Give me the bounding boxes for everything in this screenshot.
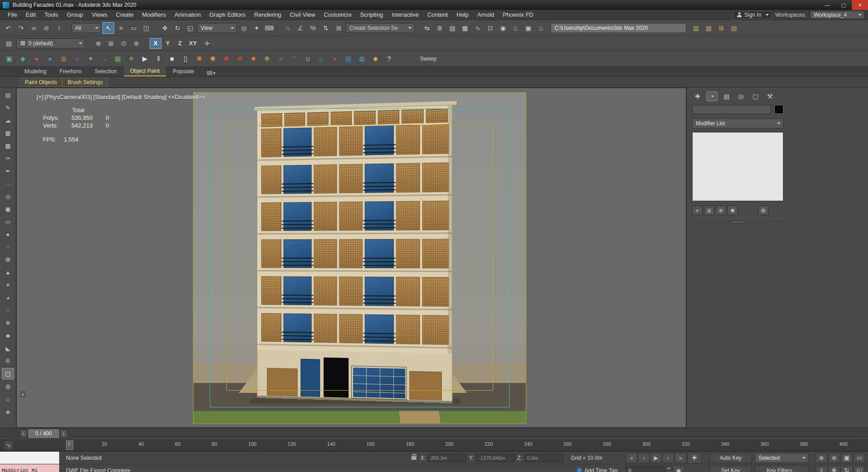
grid-snap-tool-icon[interactable]: ▦ <box>2 127 14 139</box>
menu-interactive[interactable]: Interactive <box>387 10 423 19</box>
workspace-dropdown[interactable]: Workspace_4 <box>810 11 864 19</box>
x-coordinate-field[interactable]: 358.3m <box>428 454 467 462</box>
undo-icon[interactable]: ↶ <box>2 22 14 34</box>
utility-tool-icon[interactable]: ✇ <box>2 355 14 367</box>
restrict-xy-plane-button[interactable]: XY <box>186 38 199 49</box>
snaps-use-axis-constraints-icon[interactable]: ✛ <box>201 38 213 49</box>
set-key-button[interactable]: Set Key <box>710 466 751 472</box>
time-slider-track[interactable] <box>71 430 863 437</box>
ribbon-config-icon[interactable]: ▾ <box>204 70 218 76</box>
maxscript-listener-output[interactable] <box>0 452 60 464</box>
ring-pink-icon[interactable]: ○ <box>71 52 84 65</box>
next-frame-arrow[interactable]: › <box>60 430 67 438</box>
menu-arnold[interactable]: Arnold <box>473 10 499 19</box>
reference-coordinate-dropdown[interactable]: View <box>197 23 237 33</box>
helper-icon[interactable]: ◇ <box>2 393 14 405</box>
cloud-tool-icon[interactable]: ☁ <box>2 115 14 126</box>
fluid-sim-icon[interactable]: ● <box>43 52 57 65</box>
material-swatch-icon[interactable]: ▢ <box>2 368 14 379</box>
panel-divider[interactable] <box>692 222 783 226</box>
time-slider-bar[interactable]: ‹ 0 / 400 › <box>0 428 868 439</box>
sphere-red-icon[interactable]: ● <box>328 52 341 65</box>
create-tab-icon[interactable]: ✚ <box>692 91 703 101</box>
select-and-move-icon[interactable]: ✥ <box>159 22 171 34</box>
menu-create[interactable]: Create <box>112 10 137 19</box>
add-selection-to-layer-icon[interactable]: ⊞ <box>105 38 117 49</box>
zoom-all-icon[interactable]: ⊛ <box>828 453 840 463</box>
set-current-layer-icon[interactable]: ⊚ <box>130 38 142 49</box>
viewport-menu-shading[interactable]: [Default Shading] <box>122 94 167 100</box>
menu-edit[interactable]: Edit <box>22 10 40 19</box>
set-keys-button[interactable]: ✚ <box>687 453 702 463</box>
circle-shape-icon[interactable]: ○ <box>2 241 14 253</box>
ribbon-panel-paint-objects[interactable]: Paint Objects <box>20 78 62 87</box>
pan-icon[interactable]: ✥ <box>828 466 840 472</box>
select-and-manipulate-icon[interactable]: ✦ <box>250 22 263 34</box>
toggle-ribbon-icon[interactable]: ▦ <box>459 22 471 34</box>
wave-arc-icon[interactable]: ◠ <box>288 52 301 65</box>
menu-graph-editors[interactable]: Graph Editors <box>205 10 250 19</box>
unlink-selection-icon[interactable]: ⊘ <box>40 22 52 34</box>
building-facade-model[interactable] <box>257 104 452 403</box>
phoenix-fire-icon[interactable]: ✺ <box>193 52 206 65</box>
utilities-tab-icon[interactable]: ⚒ <box>764 91 775 101</box>
hierarchy-tab-icon[interactable]: ▤ <box>721 91 732 101</box>
target-tool-icon[interactable]: ◎ <box>2 191 14 202</box>
sphere-primitive-icon[interactable]: ● <box>2 229 14 240</box>
layer-dropdown[interactable]: 0 (default) <box>16 38 85 48</box>
menu-file[interactable]: File <box>4 10 21 19</box>
modifier-stack[interactable] <box>692 132 783 201</box>
ribbon-tab-populate[interactable]: Populate <box>166 67 200 76</box>
character-tool-icon[interactable]: ☻ <box>2 330 14 341</box>
menu-views[interactable]: Views <box>88 10 111 19</box>
zoom-icon[interactable]: ⊕ <box>816 453 827 463</box>
use-pivot-center-icon[interactable]: ◎ <box>238 22 250 34</box>
sim-stop-icon[interactable]: ■ <box>165 52 179 65</box>
menu-help[interactable]: Help <box>453 10 473 19</box>
schematic-view-icon[interactable]: ⊡ <box>484 22 496 34</box>
sim-clear-icon[interactable]: ▯ <box>179 52 192 65</box>
expand-toolbar-icon[interactable]: ▸ <box>19 390 27 398</box>
snaps-toggle-icon[interactable]: ∩ <box>282 22 294 34</box>
select-and-scale-icon[interactable]: ◱ <box>184 22 196 34</box>
orbit-icon[interactable]: ↻ <box>841 466 853 472</box>
new-explorer-icon[interactable]: ⊞ <box>715 22 727 34</box>
toggle-scene-explorer-icon[interactable]: ▤ <box>3 38 15 49</box>
asset-library-icon[interactable]: ▨ <box>703 22 715 34</box>
restrict-y-button[interactable]: Y <box>162 38 174 49</box>
viewport-disabled-flag[interactable]: <<Disabled>> <box>168 94 205 100</box>
sim-play-icon[interactable]: ▶ <box>138 52 151 65</box>
help-icon[interactable]: ? <box>382 52 396 65</box>
export-arrow-icon[interactable]: → <box>98 52 111 65</box>
make-unique-icon[interactable]: ※ <box>716 206 726 215</box>
render-production-icon[interactable]: ♨ <box>535 22 547 34</box>
camera-viewport[interactable]: [+][PhysCamera003][Standard][Default Sha… <box>16 88 686 428</box>
light-tool-icon[interactable]: ☀ <box>2 279 14 291</box>
select-by-name-icon[interactable]: ≡ <box>115 22 127 34</box>
maximize-viewport-icon[interactable]: ◱ <box>854 466 865 472</box>
ribbon-tab-object-paint[interactable]: Object Paint <box>124 66 166 76</box>
rendered-frame-window-icon[interactable]: ▣ <box>522 22 534 34</box>
globe-icon[interactable]: ◍ <box>355 52 368 65</box>
percent-snap-icon[interactable]: % <box>307 22 319 34</box>
record-animation-icon[interactable]: ● <box>30 52 43 65</box>
ribbon-panel-brush-settings[interactable]: Brush Settings <box>62 78 108 87</box>
key-mode-toggle-icon[interactable]: ◉ <box>673 466 684 472</box>
go-to-start-button[interactable]: « <box>626 453 637 463</box>
next-frame-button[interactable]: › <box>662 453 674 463</box>
sim-pause-icon[interactable]: ‖ <box>152 52 165 65</box>
explorer-pane-icon[interactable]: ▤ <box>2 90 14 101</box>
z-coordinate-field[interactable]: 0.0m <box>524 454 563 462</box>
close-button[interactable]: ✕ <box>852 0 868 10</box>
ocean-wave-icon[interactable]: ≈ <box>274 52 287 65</box>
play-animation-button[interactable]: ▶ <box>650 453 662 463</box>
minimize-button[interactable]: — <box>819 0 835 10</box>
panel-blue-icon[interactable]: ▦ <box>342 52 355 65</box>
field-of-view-icon[interactable]: ◊ <box>816 466 827 472</box>
systems-icon[interactable]: ◈ <box>2 406 14 417</box>
selection-region-icon[interactable]: ▭ <box>127 22 140 34</box>
object-name-field[interactable] <box>692 105 771 114</box>
previous-frame-arrow[interactable]: ‹ <box>20 430 27 438</box>
container-new-icon[interactable]: ▣ <box>3 52 16 65</box>
teapot-render-icon[interactable]: ♨ <box>315 52 328 65</box>
